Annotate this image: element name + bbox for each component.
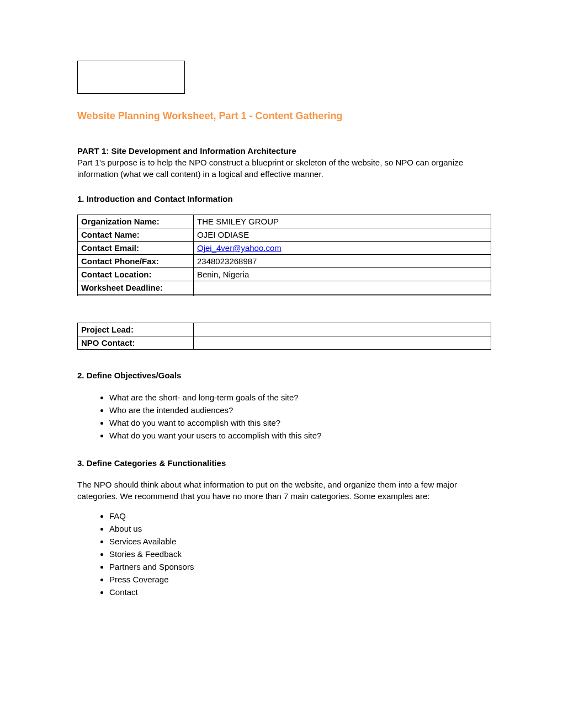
table-row: NPO Contact: bbox=[78, 336, 491, 350]
table-row: Project Lead: bbox=[78, 323, 491, 336]
table-row: Contact Location:Benin, Nigeria bbox=[78, 268, 491, 281]
table-label-cell: Worksheet Deadline: bbox=[78, 281, 194, 295]
list-item: What are the short- and long-term goals … bbox=[109, 391, 491, 404]
section3-text: The NPO should think about what informat… bbox=[77, 479, 491, 502]
table-value-cell bbox=[194, 323, 491, 336]
section2-heading: 2. Define Objectives/Goals bbox=[77, 370, 491, 381]
list-item: Partners and Sponsors bbox=[109, 560, 491, 573]
objectives-list: What are the short- and long-term goals … bbox=[109, 391, 491, 442]
table-label-cell: Contact Email: bbox=[78, 242, 194, 255]
table-value-cell: THE SMILEY GROUP bbox=[194, 215, 491, 228]
logo-placeholder bbox=[77, 61, 185, 94]
part1-heading: PART 1: Site Development and Information… bbox=[77, 146, 296, 156]
table-label-cell: Contact Phone/Fax: bbox=[78, 255, 194, 268]
table-value-cell: OJEI ODIASE bbox=[194, 228, 491, 242]
table-row: Contact Name:OJEI ODIASE bbox=[78, 228, 491, 242]
table-row: Contact Email:Ojei_4ver@yahoo.com bbox=[78, 242, 491, 255]
document-title: Website Planning Worksheet, Part 1 - Con… bbox=[77, 109, 491, 123]
list-item: What do you want your users to accomplis… bbox=[109, 429, 491, 442]
section1-heading: 1. Introduction and Contact Information bbox=[77, 193, 491, 205]
table-value-cell bbox=[194, 281, 491, 295]
table-value-cell: Benin, Nigeria bbox=[194, 268, 491, 281]
list-item: FAQ bbox=[109, 510, 491, 522]
section3-heading: 3. Define Categories & Functionalities bbox=[77, 457, 491, 469]
table-label-cell: Project Lead: bbox=[78, 323, 194, 336]
contact-info-table: Organization Name:THE SMILEY GROUPContac… bbox=[77, 215, 491, 296]
table-value-cell bbox=[194, 336, 491, 350]
table-row bbox=[78, 295, 491, 296]
table-value-cell: Ojei_4ver@yahoo.com bbox=[194, 242, 491, 255]
table-row: Contact Phone/Fax:2348023268987 bbox=[78, 255, 491, 268]
list-item: Press Coverage bbox=[109, 573, 491, 586]
table-label-cell: Contact Name: bbox=[78, 228, 194, 242]
list-item: Contact bbox=[109, 586, 491, 598]
table-label-cell: Organization Name: bbox=[78, 215, 194, 228]
list-item: About us bbox=[109, 522, 491, 535]
table-label-cell bbox=[78, 295, 194, 296]
list-item: Services Available bbox=[109, 535, 491, 548]
list-item: What do you want to accomplish with this… bbox=[109, 416, 491, 429]
project-info-table: Project Lead:NPO Contact: bbox=[77, 323, 491, 350]
email-link[interactable]: Ojei_4ver@yahoo.com bbox=[197, 243, 282, 253]
list-item: Stories & Feedback bbox=[109, 548, 491, 560]
table-label-cell: Contact Location: bbox=[78, 268, 194, 281]
table-label-cell: NPO Contact: bbox=[78, 336, 194, 350]
table-row: Worksheet Deadline: bbox=[78, 281, 491, 295]
table-value-cell: 2348023268987 bbox=[194, 255, 491, 268]
table-value-cell bbox=[194, 295, 491, 296]
categories-list: FAQAbout usServices AvailableStories & F… bbox=[109, 510, 491, 598]
table-row: Organization Name:THE SMILEY GROUP bbox=[78, 215, 491, 228]
part1-text: Part 1's purpose is to help the NPO cons… bbox=[77, 157, 491, 180]
list-item: Who are the intended audiences? bbox=[109, 404, 491, 416]
